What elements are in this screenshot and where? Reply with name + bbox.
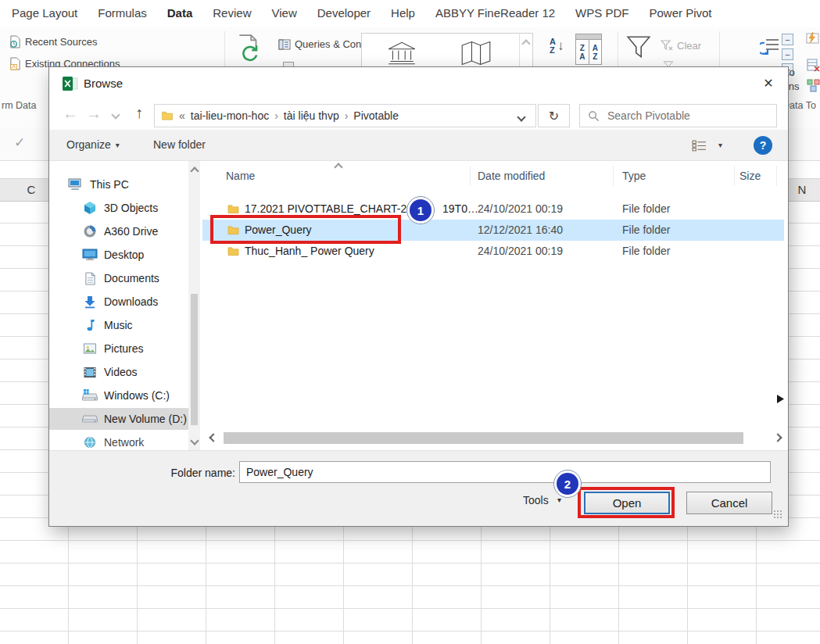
- address-dropdown-icon[interactable]: [517, 113, 525, 121]
- breadcrumb-collapse[interactable]: «: [179, 109, 185, 122]
- enter-check-icon[interactable]: ✓: [14, 134, 25, 151]
- refresh-all-button[interactable]: [235, 34, 263, 62]
- column-header-name[interactable]: Name: [226, 170, 255, 182]
- organize-button[interactable]: Organize ▾: [66, 138, 120, 151]
- close-button[interactable]: ✕: [757, 72, 780, 94]
- column-separator[interactable]: [470, 166, 471, 186]
- sort-dialog-titlebar: [576, 34, 601, 40]
- ribbon-tab-bar: Page Layout Formulas Data Review View De…: [0, 0, 820, 27]
- search-input[interactable]: [606, 109, 757, 123]
- tab-data[interactable]: Data: [167, 6, 193, 27]
- tab-wps-pdf[interactable]: WPS PDF: [575, 6, 628, 27]
- sidebar-item-windows-c[interactable]: Windows (C:): [49, 385, 188, 406]
- organize-dropdown-icon: ▾: [116, 141, 120, 149]
- column-header-c[interactable]: C: [25, 183, 38, 196]
- column-header-type[interactable]: Type: [622, 170, 646, 182]
- new-volume-d-drive-icon: [82, 413, 98, 424]
- sidebar-item-label: Music: [104, 319, 133, 331]
- sidebar-item-videos[interactable]: Videos: [49, 361, 188, 383]
- address-bar[interactable]: « tai-lieu-mon-hoc › tài liệu thvp › Piv…: [154, 104, 536, 127]
- sidebar-item-new-volume-d[interactable]: New Volume (D:): [49, 408, 188, 430]
- nav-up-button[interactable]: ↑: [135, 105, 143, 120]
- tab-page-layout[interactable]: Page Layout: [12, 6, 77, 27]
- nav-forward-button[interactable]: →: [86, 106, 102, 121]
- remove-duplicates-icon: [807, 59, 820, 72]
- nav-history-icon[interactable]: [111, 110, 120, 119]
- sidebar-item-downloads[interactable]: Downloads: [49, 291, 188, 313]
- existing-connections-icon: [9, 57, 21, 70]
- nav-back-button[interactable]: ←: [63, 106, 78, 121]
- annotation-step-1-badge: 1: [406, 196, 435, 224]
- breadcrumb-item[interactable]: tài liệu thvp: [284, 109, 339, 122]
- file-type: File folder: [622, 224, 670, 236]
- new-folder-button[interactable]: New folder: [153, 138, 206, 151]
- browse-dialog: Browse ✕ ← → ↑ « tai-lieu-mon-hoc › tài …: [48, 66, 789, 527]
- resize-grip[interactable]: [773, 510, 782, 519]
- sidebar-item-desktop[interactable]: Desktop: [49, 244, 188, 266]
- hscroll-left-icon[interactable]: [209, 433, 217, 442]
- network-icon: [82, 436, 98, 449]
- sidebar-item-pictures[interactable]: Pictures: [49, 338, 188, 360]
- dialog-title: Browse: [84, 77, 123, 90]
- column-separator[interactable]: [776, 166, 777, 186]
- documents-icon: [82, 272, 98, 285]
- tools-dropdown-icon[interactable]: ▾: [557, 496, 561, 504]
- column-header-size[interactable]: Size: [739, 170, 761, 182]
- sidebar-item-network[interactable]: Network: [49, 431, 188, 450]
- sidebar-scrollbar-thumb[interactable]: [191, 294, 198, 425]
- stocks-icon: [385, 38, 418, 68]
- folder-name-input[interactable]: [239, 461, 771, 483]
- breadcrumb-item[interactable]: tai-lieu-mon-hoc: [191, 109, 269, 122]
- annotation-step-2-badge: 2: [553, 470, 582, 498]
- sidebar-item-3d-objects[interactable]: 3D Objects: [49, 197, 188, 219]
- this-pc-icon: [68, 178, 84, 191]
- column-separator[interactable]: [613, 166, 614, 186]
- file-date: 24/10/2021 00:19: [478, 202, 563, 215]
- tab-developer[interactable]: Developer: [317, 6, 371, 27]
- hscroll-right-icon[interactable]: [773, 433, 782, 442]
- column-header-n[interactable]: N: [796, 183, 808, 196]
- sidebar-item-music[interactable]: Music: [49, 314, 188, 336]
- sidebar-scrollbar[interactable]: [188, 161, 200, 450]
- sidebar-item-label: New Volume (D:): [104, 413, 187, 425]
- sidebar-item-label: Windows (C:): [104, 389, 170, 402]
- filter-button[interactable]: [625, 34, 652, 60]
- clear-filter-button[interactable]: Clear: [661, 39, 701, 52]
- tab-formulas[interactable]: Formulas: [98, 6, 147, 27]
- file-row-thuc-hanh-power-query[interactable]: Thuc_Hanh_ Power Query 24/10/2021 00:19 …: [202, 241, 784, 262]
- step-1-number: 1: [410, 199, 431, 221]
- tab-power-pivot[interactable]: Power Pivot: [649, 6, 711, 27]
- sidebar-item-a360-drive[interactable]: A360 Drive: [49, 220, 188, 242]
- refresh-button[interactable]: ↻: [538, 104, 570, 127]
- tab-help[interactable]: Help: [391, 6, 415, 27]
- sort-ascending-button[interactable]: AZ ↓: [550, 38, 564, 55]
- tab-review[interactable]: Review: [213, 6, 251, 27]
- column-header-date-modified[interactable]: Date modified: [478, 170, 545, 182]
- breadcrumb-item[interactable]: Pivotable: [353, 109, 399, 122]
- get-transform-group-label: rm Data: [2, 100, 36, 111]
- sidebar-item-label: This PC: [90, 178, 129, 191]
- excel-app-icon: [62, 76, 78, 91]
- sidebar-item-label: 3D Objects: [104, 202, 158, 214]
- breadcrumb-separator-icon: ›: [274, 109, 278, 122]
- search-box[interactable]: [579, 104, 777, 127]
- help-button[interactable]: ?: [754, 136, 772, 155]
- recent-sources-button[interactable]: Recent Sources: [9, 35, 98, 48]
- screen: Page Layout Formulas Data Review View De…: [0, 0, 820, 644]
- column-separator[interactable]: [734, 166, 735, 186]
- file-type: File folder: [622, 202, 670, 215]
- hscrollbar-thumb[interactable]: [224, 432, 743, 444]
- clear-filter-icon: [661, 39, 673, 52]
- sidebar-item-documents[interactable]: Documents: [49, 267, 188, 289]
- sidebar-item-this-pc[interactable]: This PC: [49, 174, 188, 195]
- file-name: 17.2021 PIVOTTABLE_CHART-20: [245, 202, 413, 215]
- view-mode-dropdown-icon[interactable]: ▾: [718, 141, 722, 149]
- tab-abbyy[interactable]: ABBYY FineReader 12: [435, 6, 555, 27]
- consolidate-icon: [807, 79, 820, 92]
- sort-dialog-button[interactable]: ZA AZ: [575, 34, 602, 65]
- cancel-button[interactable]: Cancel: [686, 492, 772, 514]
- organize-label: Organize: [66, 138, 111, 151]
- view-mode-icon[interactable]: [692, 140, 707, 152]
- tools-button[interactable]: Tools: [523, 494, 549, 506]
- tab-view[interactable]: View: [271, 6, 296, 27]
